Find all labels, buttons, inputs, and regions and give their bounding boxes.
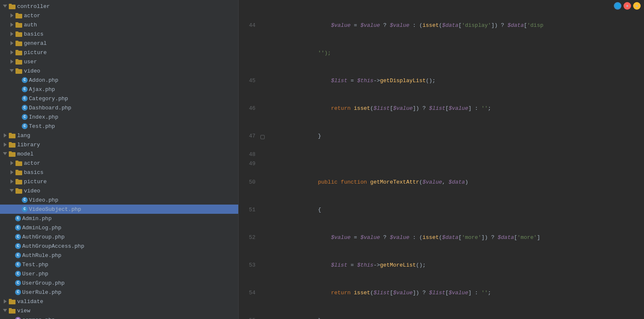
svg-rect-15 xyxy=(15,68,18,70)
line-number: 51 xyxy=(239,196,260,224)
sidebar-item-addon[interactable]: C Addon.php xyxy=(0,75,238,85)
folder-icon xyxy=(8,150,16,157)
sidebar-item-authrule-php[interactable]: C AuthRule.php xyxy=(0,251,238,260)
file-tree[interactable]: controller actor auth basics general xyxy=(0,0,239,319)
sidebar-item-videosubject-php[interactable]: C VideoSubject.php xyxy=(0,205,238,214)
sidebar-item-label: Admin.php xyxy=(22,215,52,222)
sidebar-item-usergroup-php[interactable]: C UserGroup.php xyxy=(0,278,238,288)
browser-button-1[interactable]: 🌐 xyxy=(614,2,621,10)
folder-icon xyxy=(8,3,16,10)
svg-rect-27 xyxy=(15,179,18,181)
sidebar-item-library[interactable]: library xyxy=(0,140,238,149)
sidebar-item-label: video xyxy=(24,188,40,194)
arrow-icon xyxy=(8,41,15,46)
top-bar: 🌐 ● ● xyxy=(239,0,644,12)
sidebar-item-label: model xyxy=(17,151,33,157)
sidebar-item-video-ctrl[interactable]: video xyxy=(0,66,238,75)
sidebar-item-common-php[interactable]: C common.php xyxy=(0,315,238,319)
sidebar-item-label: lang xyxy=(17,132,30,139)
folder-icon xyxy=(15,49,23,56)
sidebar-item-picture-ctrl[interactable]: picture xyxy=(0,48,238,57)
line-number: 47 xyxy=(239,122,260,150)
code-line-44b: ''); xyxy=(239,39,644,67)
code-cell: public function getMoreTextAttr($value, … xyxy=(269,169,644,196)
sidebar-item-admin-php[interactable]: C Admin.php xyxy=(0,214,238,223)
sidebar-item-user-php[interactable]: C User.php xyxy=(0,269,238,278)
sidebar-item-model-video[interactable]: video xyxy=(0,186,238,195)
code-line-51: 51 { xyxy=(239,196,644,224)
svg-rect-17 xyxy=(9,133,12,135)
sidebar-item-basics-ctrl[interactable]: basics xyxy=(0,29,238,39)
browser-button-3[interactable]: ● xyxy=(633,2,641,10)
svg-rect-13 xyxy=(15,59,18,61)
folder-icon xyxy=(15,21,23,28)
code-token: $value xyxy=(331,22,350,29)
sidebar-item-user-ctrl[interactable]: user xyxy=(0,57,238,66)
code-token: $value xyxy=(390,22,410,29)
sidebar-item-model[interactable]: model xyxy=(0,149,238,158)
php-file-icon: C xyxy=(15,243,21,249)
sidebar-item-auth[interactable]: auth xyxy=(0,20,238,29)
code-token: 'display' xyxy=(462,22,491,29)
code-line-55: 55 } xyxy=(239,307,644,319)
sidebar-item-ajax[interactable]: C Ajax.php xyxy=(0,85,238,94)
arrow-icon xyxy=(8,23,15,27)
php-file-icon: C xyxy=(22,123,28,129)
arrow-icon xyxy=(2,133,8,138)
folder-icon xyxy=(8,307,16,314)
folder-icon xyxy=(15,160,23,166)
sidebar-item-authgroupaccess-php[interactable]: C AuthGroupAccess.php xyxy=(0,241,238,251)
line-number: 52 xyxy=(239,224,260,252)
code-cell xyxy=(269,150,644,159)
arrow-icon xyxy=(2,299,8,304)
gutter-marker xyxy=(260,135,265,139)
sidebar-item-video-php[interactable]: C Video.php xyxy=(0,195,238,205)
php-file-icon: C xyxy=(22,197,28,203)
sidebar-item-label: basics xyxy=(24,31,44,37)
browser-button-2[interactable]: ● xyxy=(623,2,631,10)
svg-rect-5 xyxy=(15,22,18,24)
arrow-icon xyxy=(8,69,15,73)
gutter-cell xyxy=(260,95,269,122)
gutter-cell xyxy=(260,159,269,169)
svg-rect-11 xyxy=(15,50,18,52)
sidebar-item-label: Dashboard.php xyxy=(29,105,71,111)
sidebar-item-view[interactable]: view xyxy=(0,306,238,315)
line-number: 50 xyxy=(239,169,260,196)
sidebar-item-dashboard[interactable]: C Dashboard.php xyxy=(0,103,238,112)
svg-rect-33 xyxy=(9,308,12,310)
sidebar-item-adminlog-php[interactable]: C AdminLog.php xyxy=(0,223,238,232)
sidebar-item-model-actor[interactable]: actor xyxy=(0,158,238,168)
sidebar-item-label: validate xyxy=(17,298,43,305)
sidebar-item-actor[interactable]: actor xyxy=(0,11,238,20)
folder-icon xyxy=(15,187,23,194)
sidebar-item-authgroup-php[interactable]: C AuthGroup.php xyxy=(0,232,238,241)
sidebar-item-label: view xyxy=(17,308,30,314)
sidebar-item-test-model[interactable]: C Test.php xyxy=(0,260,238,269)
sidebar-item-lang[interactable]: lang xyxy=(0,131,238,140)
sidebar-item-model-picture[interactable]: picture xyxy=(0,177,238,186)
php-file-icon: C xyxy=(15,317,21,319)
gutter-cell xyxy=(260,122,269,150)
gutter-cell xyxy=(260,12,269,39)
code-cell xyxy=(269,159,644,169)
php-file-icon: C xyxy=(22,206,28,212)
sidebar-item-userrule-php[interactable]: C UserRule.php xyxy=(0,288,238,297)
php-file-icon: C xyxy=(15,271,21,277)
sidebar-item-label: VideoSubject.php xyxy=(29,206,81,213)
sidebar-item-controller[interactable]: controller xyxy=(0,2,238,11)
gutter-cell xyxy=(260,279,269,307)
sidebar-item-label: picture xyxy=(24,49,47,56)
sidebar-item-label: Ajax.php xyxy=(29,86,55,93)
svg-rect-31 xyxy=(9,299,12,301)
sidebar-item-category[interactable]: C Category.php xyxy=(0,94,238,103)
sidebar-item-label: user xyxy=(24,59,37,65)
code-cell: $list = $this->getMoreList(); xyxy=(269,252,644,279)
sidebar-item-validate[interactable]: validate xyxy=(0,297,238,306)
sidebar-item-test-ctrl[interactable]: C Test.php xyxy=(0,122,238,131)
sidebar-item-model-basics[interactable]: basics xyxy=(0,168,238,177)
gutter-cell xyxy=(260,67,269,95)
sidebar-item-index[interactable]: C Index.php xyxy=(0,112,238,122)
code-token: = xyxy=(354,22,357,29)
sidebar-item-general[interactable]: general xyxy=(0,39,238,48)
